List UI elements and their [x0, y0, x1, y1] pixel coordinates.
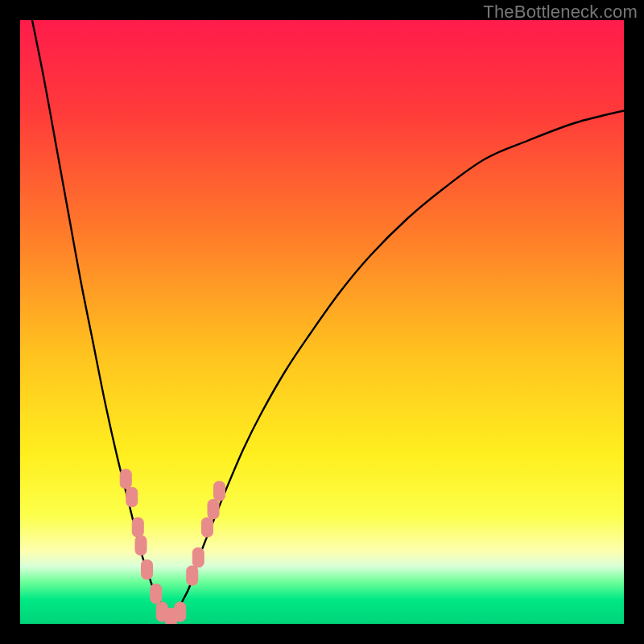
curve-marker [151, 584, 162, 604]
curve-marker [192, 548, 204, 568]
watermark-text: TheBottleneck.com [483, 2, 638, 23]
chart-plot-area [20, 20, 624, 624]
curve-marker [132, 518, 143, 537]
curve-marker [135, 536, 147, 555]
curve-marker [142, 560, 153, 580]
curve-marker [202, 518, 213, 537]
chart-background [20, 20, 624, 624]
curve-marker [126, 488, 138, 507]
chart-frame: TheBottleneck.com [0, 0, 644, 644]
curve-marker [175, 602, 186, 621]
curve-marker [208, 500, 219, 519]
curve-marker [120, 469, 131, 489]
chart-svg [20, 20, 624, 624]
curve-marker [187, 566, 198, 585]
curve-marker [214, 481, 225, 501]
